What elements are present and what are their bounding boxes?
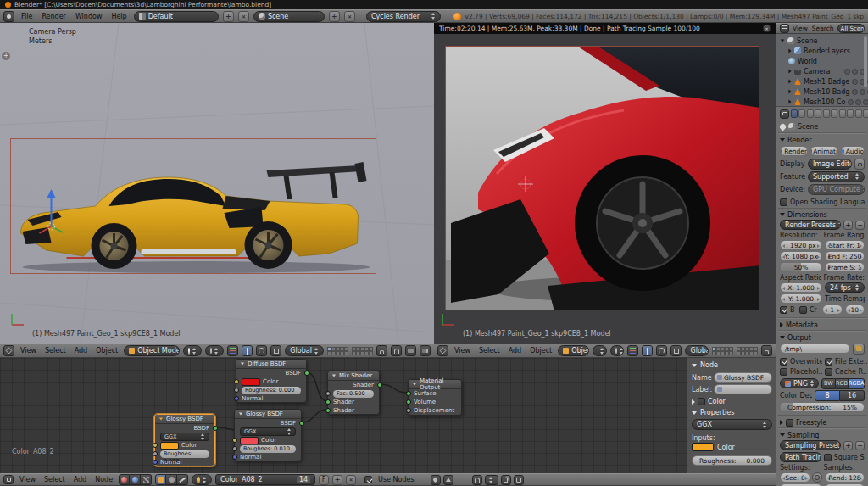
visibility-toggle-icon[interactable] <box>852 79 858 85</box>
viewport-menu-view[interactable]: View <box>18 347 39 355</box>
orientation-select[interactable]: Global <box>285 345 324 356</box>
outliner-scope-select[interactable]: All Scenes <box>837 24 865 33</box>
socket-bsdf-out[interactable] <box>213 426 218 431</box>
tab-object-icon[interactable] <box>823 109 830 118</box>
placeholders-checkbox[interactable] <box>780 368 787 376</box>
parent-node-tree-icon[interactable] <box>443 475 453 485</box>
socket-roughness-in[interactable] <box>234 388 239 393</box>
sampling-preset-remove-button[interactable]: − <box>855 441 865 450</box>
orientation-select[interactable]: Global <box>685 345 709 356</box>
snap-magnet-icon[interactable] <box>391 345 402 356</box>
material-browse-select[interactable] <box>192 474 212 485</box>
node-panel-header[interactable]: Node <box>692 361 718 369</box>
frame-step-field[interactable]: Frame S: 1 <box>825 262 865 272</box>
viewport-menu-add[interactable]: Add <box>506 347 525 355</box>
render-samples-field[interactable]: Rend: 128 <box>825 472 865 483</box>
manipulator-rotate-icon[interactable] <box>656 345 667 356</box>
node-menu-add[interactable]: Add <box>71 476 90 483</box>
visibility-toggle-icon[interactable] <box>848 99 854 105</box>
socket-fac-in[interactable] <box>326 391 331 396</box>
node-name-field[interactable]: Glossy BSDF <box>714 372 772 383</box>
scene-select[interactable]: Scene <box>253 11 325 22</box>
layers-grid-b[interactable] <box>737 347 758 355</box>
socket-roughness-in[interactable] <box>153 451 158 456</box>
socket-color-in[interactable] <box>234 379 239 384</box>
preset-remove-button[interactable]: − <box>855 221 865 230</box>
socket-bsdf-out[interactable] <box>299 421 304 426</box>
shader-type-world-icon[interactable] <box>130 474 141 485</box>
screen-layout-select[interactable]: Default <box>134 11 219 22</box>
node-glossy-bsdf-selected[interactable]: Glossy BSDF BSDF GGX Color Roughnes: 0.0… <box>154 414 215 466</box>
menu-render[interactable]: Render <box>39 13 68 20</box>
mode-select[interactable]: Object Mode <box>558 345 589 356</box>
crop-checkbox[interactable] <box>799 306 807 314</box>
node-collapse-icon[interactable] <box>159 418 163 421</box>
overwrite-checkbox[interactable] <box>780 358 787 366</box>
shading-select[interactable] <box>593 345 607 356</box>
pin-node-tree-icon[interactable] <box>431 475 441 485</box>
layers-grid-a[interactable] <box>327 347 348 355</box>
animation-button[interactable]: Animati <box>810 146 838 156</box>
scene-add-button[interactable]: + <box>329 11 340 22</box>
roughness-slider[interactable]: Roughnes: 0.010 <box>240 445 296 453</box>
copy-nodes-icon[interactable] <box>501 475 511 485</box>
seed-field[interactable]: See: 0 <box>780 472 810 483</box>
mode-select[interactable]: Object Mode <box>124 345 180 356</box>
resolution-x-field[interactable]: : 1920 px <box>780 240 822 250</box>
tab-scene-icon[interactable] <box>807 109 814 118</box>
aspect-y-field[interactable]: Y: 1.000 <box>780 293 822 304</box>
preset-add-button[interactable]: + <box>843 221 853 230</box>
render-opengl-anim-icon[interactable] <box>420 345 431 356</box>
fake-user-button[interactable]: F <box>319 475 329 485</box>
viewport-menu-view[interactable]: View <box>452 347 473 355</box>
cache-result-checkbox[interactable] <box>825 368 832 376</box>
node-editor-type-button[interactable] <box>3 475 14 484</box>
device-select[interactable]: GPU Compute <box>808 184 865 195</box>
file-format-select[interactable]: PNG <box>780 378 819 388</box>
outliner-row-mesh1[interactable]: Mesh1 Badge <box>776 76 868 87</box>
node-color-checkbox[interactable] <box>698 398 705 405</box>
viewport-menu-object[interactable]: Object <box>527 347 554 355</box>
viewport-menu-select[interactable]: Select <box>476 347 503 355</box>
layout-delete-button[interactable]: ✕ <box>238 11 249 22</box>
manipulator-translate-icon[interactable] <box>242 345 253 356</box>
node-menu-select[interactable]: Select <box>42 476 68 483</box>
shader-type-linestyle-icon[interactable] <box>141 474 152 485</box>
manipulator-axis-icon[interactable] <box>227 345 238 356</box>
layout-add-button[interactable]: + <box>223 11 234 22</box>
pivot-select[interactable] <box>610 345 625 356</box>
viewport-render[interactable]: Time:02:20.14 | Mem:25.63M, Peak:33.30M … <box>434 23 776 344</box>
file-browse-button[interactable] <box>853 344 865 355</box>
manipulator-scale-icon[interactable] <box>670 345 682 356</box>
node-label-field[interactable] <box>714 384 772 394</box>
sampling-presets-select[interactable]: Sampling Presets <box>780 440 841 450</box>
node-collapse-icon[interactable] <box>239 413 242 416</box>
render-opengl-icon[interactable] <box>405 345 416 356</box>
menu-file[interactable]: File <box>19 13 35 20</box>
osl-checkbox[interactable] <box>780 198 787 206</box>
resolution-y-field[interactable]: Y: 1080 px <box>780 251 822 261</box>
socket-bsdf-out[interactable] <box>304 371 309 376</box>
socket-normal-in[interactable] <box>234 396 239 401</box>
section-sampling-header[interactable]: Sampling <box>780 430 865 440</box>
node-editor[interactable]: _Color_A08_2 Diffuse BSDF BSDF Color Rou… <box>0 358 776 473</box>
remap-new-field[interactable]: 10 <box>845 304 865 315</box>
render-button[interactable]: Render <box>780 146 808 156</box>
node-material-output[interactable]: Material Output Surface Volume Displacem… <box>408 379 462 416</box>
roughness-slider[interactable]: Roughnes: 0.000 <box>160 450 209 458</box>
audio-button[interactable]: Audio <box>841 146 865 156</box>
material-users-badge[interactable]: 14 <box>297 476 310 483</box>
socket-surface-in[interactable] <box>406 391 411 396</box>
socket-color-in[interactable] <box>153 443 158 448</box>
channels-rgb-button[interactable]: RGB <box>836 378 849 389</box>
tab-texture-icon[interactable] <box>863 109 868 118</box>
socket-normal-in[interactable] <box>153 460 158 465</box>
panel-distribution-select[interactable]: GGX <box>692 419 772 430</box>
sampling-preset-add-button[interactable]: + <box>843 441 853 450</box>
expand-icon[interactable] <box>781 39 785 42</box>
integrator-select[interactable]: Path Tracing <box>780 452 821 462</box>
node-collapse-icon[interactable] <box>241 363 244 366</box>
section-render-header[interactable]: Render <box>780 135 865 145</box>
lock-interface-icon[interactable] <box>854 159 865 170</box>
border-checkbox[interactable] <box>780 306 787 314</box>
